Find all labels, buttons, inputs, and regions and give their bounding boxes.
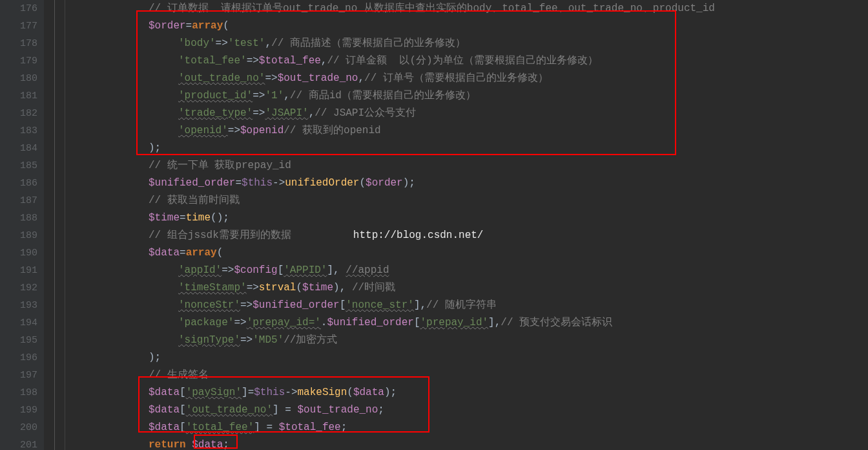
line-number: 176 [0, 0, 37, 17]
line-number: 179 [0, 52, 37, 70]
code-editor[interactable]: 176 177 178 179 180 181 182 183 184 185 … [0, 0, 868, 450]
keyword: array [192, 20, 223, 32]
line-number: 198 [0, 384, 37, 402]
line-number: 190 [0, 244, 37, 262]
code-line[interactable]: 'total_fee'=>$total_fee,// 订单金额 以(分)为单位（… [65, 52, 868, 70]
line-number: 187 [0, 192, 37, 209]
line-number: 188 [0, 209, 37, 227]
line-number: 178 [0, 35, 37, 52]
comment: // 订单数据 请根据订单号out_trade_no 从数据库中查出实际的bod… [149, 3, 715, 14]
line-number: 185 [0, 157, 37, 175]
code-line[interactable]: $data['out_trade_no'] = $out_trade_no; [65, 402, 868, 419]
line-number: 184 [0, 140, 37, 157]
code-line[interactable]: $unified_order=$this->unifiedOrder($orde… [65, 175, 868, 192]
line-number: 196 [0, 349, 37, 367]
code-line[interactable]: $data['paySign']=$this->makeSign($data); [65, 384, 868, 402]
code-line[interactable]: 'package'=>'prepay_id='.$unified_order['… [65, 314, 868, 332]
code-area[interactable]: // 订单数据 请根据订单号out_trade_no 从数据库中查出实际的bod… [65, 0, 868, 450]
line-number: 189 [0, 227, 37, 244]
line-number: 200 [0, 419, 37, 436]
line-number: 201 [0, 436, 37, 450]
code-line[interactable]: 'trade_type'=>'JSAPI',// JSAPI公众号支付 [65, 105, 868, 122]
fold-gutter [44, 0, 65, 450]
code-line[interactable]: $data['total_fee'] = $total_fee; [65, 419, 868, 436]
code-line[interactable]: ); [65, 349, 868, 367]
line-number: 182 [0, 105, 37, 122]
code-line[interactable]: $order=array( [65, 17, 868, 35]
line-number: 183 [0, 122, 37, 140]
code-line[interactable]: // 获取当前时间戳 [65, 192, 868, 209]
code-line[interactable]: // 订单数据 请根据订单号out_trade_no 从数据库中查出实际的bod… [65, 0, 868, 17]
code-line[interactable]: 'body'=>'test',// 商品描述（需要根据自己的业务修改） [65, 35, 868, 52]
line-number: 191 [0, 262, 37, 279]
line-number: 181 [0, 87, 37, 105]
code-line[interactable]: 'product_id'=>'1',// 商品id（需要根据自己的业务修改） [65, 87, 868, 105]
code-line[interactable]: return $data; [65, 436, 868, 450]
watermark-url: http://blog.csdn.net/ [353, 230, 484, 241]
line-number: 194 [0, 314, 37, 332]
code-line[interactable]: 'signType'=>'MD5'//加密方式 [65, 332, 868, 349]
line-number: 192 [0, 279, 37, 297]
line-number: 199 [0, 402, 37, 419]
line-number: 180 [0, 70, 37, 87]
line-number: 186 [0, 175, 37, 192]
line-number: 193 [0, 297, 37, 314]
line-number: 197 [0, 367, 37, 384]
code-line[interactable]: $data=array( [65, 244, 868, 262]
code-line[interactable]: 'openid'=>$openid// 获取到的openid [65, 122, 868, 140]
code-line[interactable]: // 生成签名 [65, 367, 868, 384]
variable: $order [149, 20, 186, 32]
line-number: 195 [0, 332, 37, 349]
code-line[interactable]: ); [65, 140, 868, 157]
line-number: 177 [0, 17, 37, 35]
code-line[interactable]: // 组合jssdk需要用到的数据 http://blog.csdn.net/ [65, 227, 868, 244]
code-line[interactable]: $time=time(); [65, 209, 868, 227]
code-line[interactable]: 'appId'=>$config['APPID'], //appid [65, 262, 868, 279]
code-line[interactable]: 'timeStamp'=>strval($time), //时间戳 [65, 279, 868, 297]
code-line[interactable]: 'out_trade_no'=>$out_trade_no,// 订单号（需要根… [65, 70, 868, 87]
code-line[interactable]: 'nonceStr'=>$unified_order['nonce_str'],… [65, 297, 868, 314]
code-line[interactable]: // 统一下单 获取prepay_id [65, 157, 868, 175]
fold-guide [54, 0, 55, 450]
line-number-gutter: 176 177 178 179 180 181 182 183 184 185 … [0, 0, 44, 450]
